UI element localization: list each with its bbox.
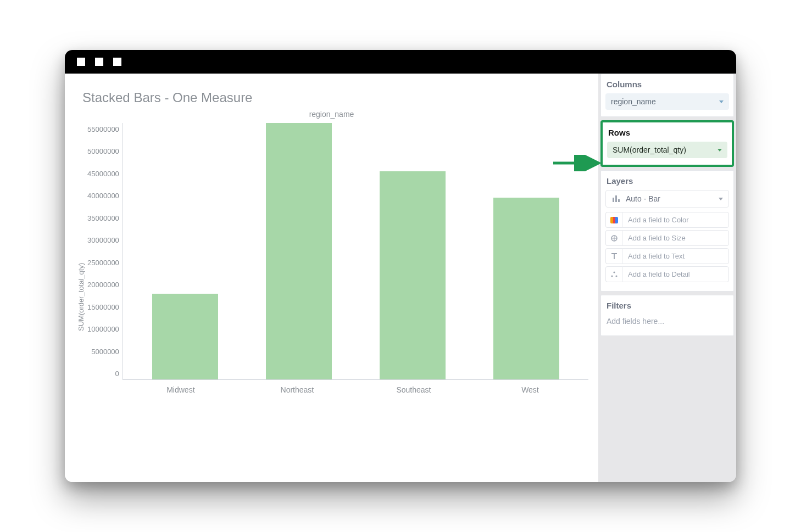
y-tick: 55000000 (87, 125, 119, 133)
y-tick: 50000000 (87, 147, 119, 155)
svg-rect-2 (615, 195, 617, 202)
columns-panel: Columns region_name (600, 74, 734, 117)
plot (123, 123, 588, 380)
rows-pill[interactable]: SUM(order_total_qty) (607, 142, 727, 158)
y-tick: 15000000 (87, 303, 119, 311)
layer-type-select[interactable]: Auto - Bar (605, 190, 729, 208)
filters-placeholder[interactable]: Add fields here... (605, 315, 729, 329)
size-field-row[interactable]: Add a field to Size (605, 230, 729, 246)
y-tick: 35000000 (87, 214, 119, 222)
y-tick: 45000000 (87, 170, 119, 178)
color-field-placeholder: Add a field to Color (622, 212, 729, 228)
y-axis-ticks: 55000000 50000000 45000000 40000000 3500… (87, 125, 123, 378)
titlebar (65, 50, 736, 74)
window-control-close[interactable] (77, 58, 85, 66)
svg-rect-3 (618, 199, 620, 202)
main-chart-panel: Stacked Bars - One Measure region_name S… (65, 74, 598, 482)
layers-panel: Layers Auto - Bar Add a field to Co (600, 170, 734, 292)
app-window: Stacked Bars - One Measure region_name S… (65, 50, 736, 482)
config-sidebar: Columns region_name Rows SUM(order_total… (598, 74, 736, 482)
y-tick: 10000000 (87, 325, 119, 333)
columns-title: Columns (605, 80, 729, 89)
plot-wrap: Midwest Northeast Southeast West (123, 123, 588, 471)
window-control-minimize[interactable] (95, 58, 103, 66)
x-tick: Northeast (264, 385, 330, 394)
filters-panel: Filters Add fields here... (600, 295, 734, 336)
bar[interactable] (266, 123, 332, 379)
bar-chart-icon (611, 194, 620, 203)
y-tick: 25000000 (87, 259, 119, 267)
detail-field-placeholder: Add a field to Detail (622, 266, 729, 282)
x-axis-ticks: Midwest Northeast Southeast West (123, 380, 588, 394)
content-area: Stacked Bars - One Measure region_name S… (65, 74, 736, 482)
text-field-row[interactable]: Add a field to Text (605, 248, 729, 264)
bar[interactable] (380, 171, 446, 379)
rows-panel: Rows SUM(order_total_qty) (600, 120, 734, 167)
y-tick: 40000000 (87, 192, 119, 200)
y-tick: 20000000 (87, 281, 119, 289)
x-tick: West (497, 385, 563, 394)
x-tick: Southeast (381, 385, 447, 394)
chevron-down-icon (719, 198, 723, 200)
chevron-down-icon (719, 100, 724, 103)
layer-type-label: Auto - Bar (626, 194, 660, 203)
text-field-placeholder: Add a field to Text (622, 248, 729, 264)
color-field-row[interactable]: Add a field to Color (605, 212, 729, 228)
bar[interactable] (152, 294, 218, 379)
columns-pill[interactable]: region_name (605, 93, 729, 110)
svg-point-7 (615, 275, 617, 277)
chart-title: Stacked Bars - One Measure (82, 90, 588, 105)
layers-title: Layers (605, 176, 729, 186)
color-icon (605, 212, 622, 228)
svg-point-6 (611, 275, 613, 277)
detail-field-row[interactable]: Add a field to Detail (605, 266, 729, 282)
y-tick: 0 (115, 369, 119, 378)
y-axis-label: SUM(order_total_qty) (75, 123, 87, 471)
svg-point-5 (613, 271, 615, 273)
window-control-maximize[interactable] (113, 58, 121, 66)
chevron-down-icon (717, 149, 722, 152)
rows-pill-label: SUM(order_total_qty) (613, 145, 686, 154)
y-tick: 5000000 (91, 348, 119, 356)
y-tick: 30000000 (87, 236, 119, 244)
x-tick: Midwest (148, 385, 214, 394)
size-icon (605, 230, 622, 246)
chart-area: SUM(order_total_qty) 55000000 50000000 4… (75, 123, 588, 471)
chart-subtitle: region_name (75, 110, 588, 119)
text-icon (605, 248, 622, 264)
bar[interactable] (493, 198, 559, 379)
size-field-placeholder: Add a field to Size (622, 230, 729, 246)
rows-title: Rows (607, 128, 727, 137)
detail-icon (605, 266, 622, 282)
filters-title: Filters (605, 301, 729, 310)
columns-pill-label: region_name (611, 97, 656, 106)
svg-rect-1 (613, 198, 614, 202)
